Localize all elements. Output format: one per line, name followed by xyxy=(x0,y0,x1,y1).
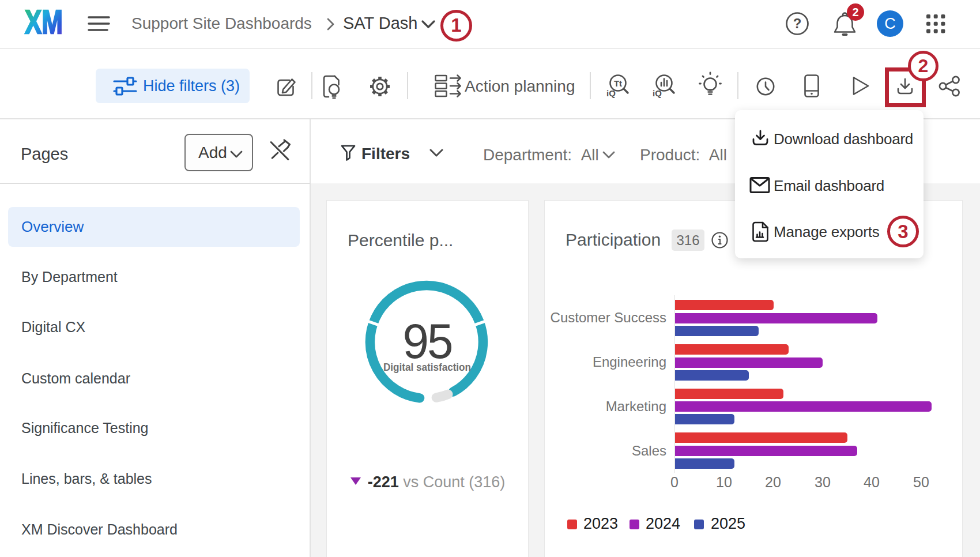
svg-text:?: ? xyxy=(793,16,802,31)
svg-text:2: 2 xyxy=(852,6,858,18)
svg-text:iQ: iQ xyxy=(606,88,616,98)
svg-text:iQ: iQ xyxy=(653,88,662,98)
svg-text:XM: XM xyxy=(25,9,63,35)
svg-text:Tt: Tt xyxy=(614,78,622,88)
